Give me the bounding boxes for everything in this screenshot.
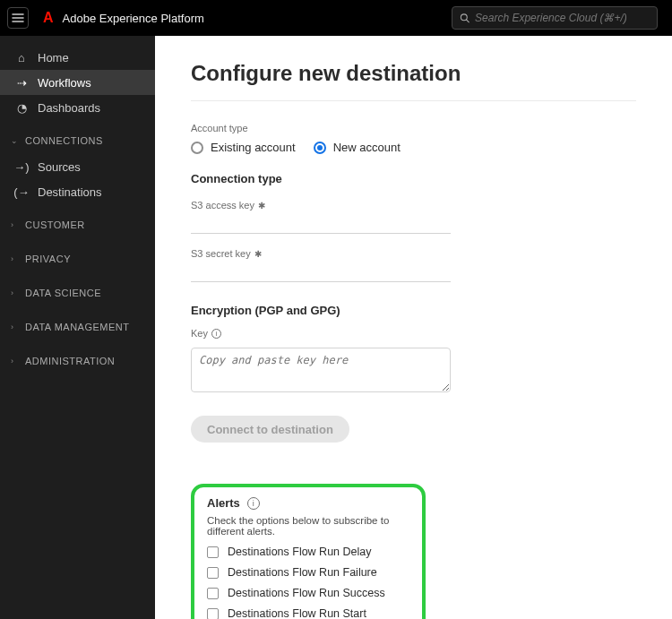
sidebar-item-workflows[interactable]: ⇢ Workflows (0, 70, 155, 95)
sidebar-item-label: Dashboards (38, 101, 100, 115)
hamburger-menu-button[interactable] (7, 7, 29, 29)
radio-new-account[interactable]: New account (314, 141, 401, 154)
sidebar-item-label: Destinations (38, 185, 102, 199)
chevron-right-icon: › (11, 322, 20, 331)
connection-type-heading: Connection type (191, 172, 636, 185)
key-label: Key i (191, 328, 636, 339)
sidebar-group-label: CONNECTIONS (25, 135, 103, 146)
workflows-icon: ⇢ (14, 76, 29, 90)
sidebar-group-data-management[interactable]: › DATA MANAGEMENT (0, 314, 155, 340)
top-bar: A Adobe Experience Platform (0, 0, 672, 36)
key-textarea[interactable] (191, 348, 451, 392)
alerts-title: Alerts (207, 496, 240, 510)
radio-label: New account (333, 141, 401, 154)
required-asterisk-icon: ✱ (254, 249, 262, 259)
s3-secret-key-input[interactable] (191, 262, 451, 282)
alert-checkbox-flow-run-start[interactable]: Destinations Flow Run Start (207, 607, 409, 619)
sidebar-group-administration[interactable]: › ADMINISTRATION (0, 348, 155, 374)
sidebar-item-label: Workflows (38, 76, 91, 90)
sidebar-group-label: PRIVACY (25, 254, 71, 264)
sidebar-group-label: DATA MANAGEMENT (25, 322, 130, 332)
alert-checkbox-flow-run-delay[interactable]: Destinations Flow Run Delay (207, 546, 409, 558)
chevron-right-icon: › (11, 288, 20, 297)
app-name: Adobe Experience Platform (63, 12, 204, 25)
sidebar-group-customer[interactable]: › CUSTOMER (0, 211, 155, 238)
alert-label: Destinations Flow Run Start (228, 607, 366, 619)
connect-to-destination-button[interactable]: Connect to destination (191, 416, 349, 443)
account-type-radio-group: Existing account New account (191, 141, 636, 154)
alert-checkbox-flow-run-success[interactable]: Destinations Flow Run Success (207, 587, 409, 599)
hamburger-icon (12, 12, 24, 24)
sidebar-group-privacy[interactable]: › PRIVACY (0, 245, 155, 272)
sidebar-item-sources[interactable]: →) Sources (0, 154, 155, 179)
destinations-icon: (→ (14, 185, 29, 199)
sidebar-group-label: ADMINISTRATION (25, 356, 115, 366)
sidebar-group-label: CUSTOMER (25, 219, 85, 230)
radio-icon (191, 142, 203, 154)
required-asterisk-icon: ✱ (258, 201, 265, 211)
chevron-right-icon: › (11, 254, 20, 263)
sidebar-group-label: DATA SCIENCE (25, 288, 101, 298)
chevron-right-icon: › (11, 357, 20, 365)
alert-label: Destinations Flow Run Success (228, 587, 385, 599)
sidebar-group-data-science[interactable]: › DATA SCIENCE (0, 279, 155, 306)
s3-secret-key-label: S3 secret key✱ (191, 248, 636, 259)
alert-label: Destinations Flow Run Failure (228, 566, 377, 579)
alerts-panel: Alerts i Check the options below to subs… (191, 484, 426, 619)
radio-label: Existing account (211, 141, 296, 154)
info-icon[interactable]: i (247, 497, 260, 510)
radio-existing-account[interactable]: Existing account (191, 141, 296, 154)
checkbox-icon (207, 608, 219, 620)
search-input[interactable] (475, 12, 650, 24)
search-container[interactable] (452, 6, 658, 30)
sources-icon: →) (14, 160, 29, 174)
sidebar-item-destinations[interactable]: (→ Destinations (0, 179, 155, 204)
page-title: Configure new destination (191, 61, 636, 101)
dashboards-icon: ◔ (14, 101, 29, 115)
alert-label: Destinations Flow Run Delay (228, 546, 372, 558)
sidebar-item-label: Sources (38, 160, 81, 174)
search-icon (460, 13, 470, 23)
chevron-right-icon: › (11, 220, 20, 229)
sidebar-item-label: Home (38, 51, 69, 64)
main-content: Configure new destination Account type E… (155, 36, 672, 619)
checkbox-icon (207, 567, 219, 579)
checkbox-icon (207, 588, 219, 599)
account-type-label: Account type (191, 123, 636, 133)
info-icon[interactable]: i (211, 329, 221, 339)
adobe-logo-icon: A (43, 10, 54, 26)
encryption-heading: Encryption (PGP and GPG) (191, 304, 636, 317)
checkbox-icon (207, 546, 219, 558)
sidebar-group-connections[interactable]: ⌄ CONNECTIONS (0, 127, 155, 154)
alerts-subtitle: Check the options below to subscribe to … (207, 515, 409, 537)
sidebar-item-dashboards[interactable]: ◔ Dashboards (0, 95, 155, 120)
radio-icon (314, 142, 326, 154)
s3-access-key-label: S3 access key✱ (191, 200, 636, 211)
s3-access-key-input[interactable] (191, 214, 451, 234)
alert-checkbox-flow-run-failure[interactable]: Destinations Flow Run Failure (207, 566, 409, 579)
chevron-down-icon: ⌄ (11, 136, 20, 145)
sidebar-item-home[interactable]: ⌂ Home (0, 45, 155, 70)
home-icon: ⌂ (14, 51, 29, 64)
sidebar: ⌂ Home ⇢ Workflows ◔ Dashboards ⌄ CONNEC… (0, 36, 155, 619)
